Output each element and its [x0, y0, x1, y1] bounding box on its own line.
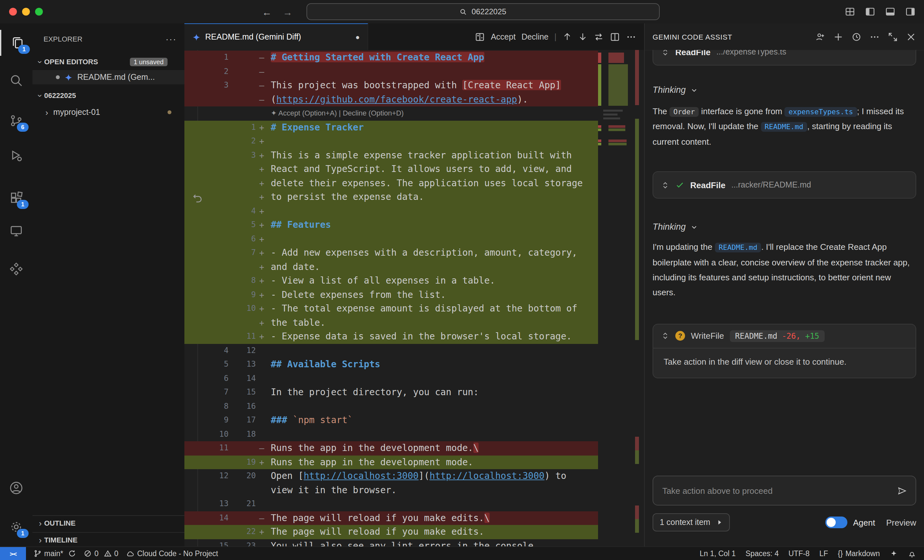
- account-switch-icon[interactable]: [815, 31, 825, 42]
- send-icon[interactable]: [897, 485, 908, 496]
- diff-row[interactable]: 4+: [184, 204, 598, 218]
- diff-row[interactable]: –(https://github.com/facebook/create-rea…: [184, 93, 598, 106]
- timeline-section-header[interactable]: › TIMELINE: [33, 532, 184, 547]
- diff-row[interactable]: 614: [184, 371, 598, 385]
- activity-search[interactable]: [0, 67, 32, 93]
- thinking-toggle[interactable]: Thinking: [652, 85, 916, 95]
- tool-card-writefile[interactable]: ? WriteFile README.md -26, +15 Take acti…: [652, 323, 916, 378]
- diff-row[interactable]: +to persist the expense data.: [184, 190, 598, 204]
- accept-button[interactable]: Accept: [491, 30, 516, 44]
- revert-change-icon[interactable]: [192, 192, 203, 203]
- tool-card-readfile[interactable]: ReadFile ...racker/README.md: [652, 171, 916, 199]
- agent-mode-toggle[interactable]: [825, 517, 848, 528]
- encoding-status[interactable]: UTF-8: [788, 550, 809, 557]
- diff-row[interactable]: 3–This project was bootstrapped with [Cr…: [184, 78, 598, 93]
- diff-row[interactable]: +React and TypeScript. It allows users t…: [184, 162, 598, 176]
- folder-item-myproject[interactable]: › myproject-01: [33, 105, 184, 120]
- toggle-primary-sidebar-button[interactable]: [864, 6, 876, 18]
- diff-row[interactable]: +delete their expenses. The application …: [184, 176, 598, 190]
- activity-settings[interactable]: 1: [0, 514, 32, 540]
- close-panel-icon[interactable]: [906, 31, 916, 42]
- diff-row[interactable]: 7+- Add new expenses with a description,…: [184, 246, 598, 260]
- chat-input[interactable]: [661, 485, 891, 496]
- tab-readme-gemini-diff[interactable]: README.md (Gemini Diff) ●: [184, 23, 368, 50]
- diff-row[interactable]: 1321: [184, 497, 598, 511]
- more-actions-button[interactable]: [626, 30, 636, 44]
- language-status[interactable]: {} Markdown: [838, 550, 880, 557]
- sparkle-icon[interactable]: [890, 549, 898, 558]
- activity-accounts[interactable]: [0, 475, 32, 501]
- file-link-chip[interactable]: README.md: [761, 122, 807, 132]
- diff-row[interactable]: 9+- Delete expenses from the list.: [184, 288, 598, 302]
- branch-status[interactable]: main*: [34, 550, 76, 557]
- activity-explorer[interactable]: 1: [0, 30, 33, 56]
- diff-row[interactable]: 917### `npm start`: [184, 413, 598, 427]
- diff-row[interactable]: 1–# Getting Started with Create React Ap…: [184, 51, 598, 64]
- diff-row[interactable]: view it in the browser.: [184, 483, 598, 497]
- customize-layout-button[interactable]: [844, 6, 856, 18]
- diff-row[interactable]: 11–Runs the app in the development mode.…: [184, 441, 598, 455]
- activity-source-control[interactable]: 6: [0, 108, 32, 134]
- thinking-toggle[interactable]: Thinking: [652, 222, 916, 232]
- file-link-chip[interactable]: expenseTypes.ts: [785, 107, 857, 117]
- diff-editor[interactable]: 1–# Getting Started with Create React Ap…: [184, 50, 644, 547]
- new-chat-icon[interactable]: [833, 31, 843, 42]
- cloud-code-status[interactable]: Cloud Code - No Project: [126, 549, 218, 558]
- outline-section-header[interactable]: › OUTLINE: [33, 515, 184, 530]
- next-change-button[interactable]: [578, 30, 588, 44]
- toggle-panel-button[interactable]: [884, 6, 896, 18]
- more-actions-icon[interactable]: [870, 31, 880, 42]
- open-editors-header[interactable]: › OPEN EDITORS 1 unsaved: [33, 54, 184, 69]
- diff-row[interactable]: 1+# Expense Tracker: [184, 120, 598, 134]
- diff-row[interactable]: 11+- Expense data is saved in the browse…: [184, 329, 598, 344]
- diff-row[interactable]: 1018: [184, 427, 598, 441]
- command-center[interactable]: 06222025: [306, 3, 660, 20]
- minimap[interactable]: [598, 50, 634, 547]
- decline-button[interactable]: Decline: [521, 30, 548, 44]
- diff-row[interactable]: 10+- The total expense amount is display…: [184, 302, 598, 316]
- previous-change-button[interactable]: [562, 30, 572, 44]
- indentation-status[interactable]: Spaces: 4: [746, 550, 778, 557]
- swap-sides-button[interactable]: [594, 30, 604, 44]
- toggle-secondary-sidebar-button[interactable]: [904, 6, 916, 18]
- diff-row[interactable]: 513## Available Scripts: [184, 358, 598, 371]
- file-link-chip[interactable]: README.md: [715, 243, 761, 252]
- context-items-button[interactable]: 1 context item: [652, 513, 730, 532]
- open-editor-item[interactable]: README.md (Gem...: [33, 70, 184, 84]
- diff-row[interactable]: 19+Runs the app in the development mode.: [184, 455, 598, 469]
- diff-row[interactable]: 2+: [184, 134, 598, 148]
- diff-row[interactable]: 5+## Features: [184, 218, 598, 232]
- activity-remote-explorer[interactable]: [0, 218, 32, 244]
- open-changes-button[interactable]: [475, 30, 485, 44]
- diff-row[interactable]: 8+- View a list of all expenses in a tab…: [184, 274, 598, 288]
- diff-row[interactable]: 2–: [184, 64, 598, 78]
- zoom-window-button[interactable]: [35, 8, 43, 16]
- minimize-window-button[interactable]: [22, 8, 30, 16]
- diff-row[interactable]: 412: [184, 344, 598, 358]
- diff-row[interactable]: 715In the project directory, you can run…: [184, 385, 598, 400]
- problems-status[interactable]: 0 0: [84, 550, 118, 557]
- activity-gemini[interactable]: [0, 256, 32, 281]
- activity-run-debug[interactable]: [0, 143, 32, 169]
- diff-row[interactable]: 1523You will also see any lint errors in…: [184, 539, 598, 547]
- diff-row[interactable]: 1220Open [http://localhost:3000](http://…: [184, 469, 598, 483]
- preview-label[interactable]: Preview: [886, 518, 916, 527]
- remote-indicator[interactable]: ><: [0, 547, 26, 560]
- expand-panel-icon[interactable]: [888, 31, 898, 42]
- tool-card-readfile-partial[interactable]: ReadFile .../expenseTypes.ts: [652, 50, 916, 66]
- tab-modified-dot[interactable]: ●: [356, 33, 360, 41]
- diff-row[interactable]: +the table.: [184, 316, 598, 329]
- diff-row[interactable]: 3+This is a simple expense tracker appli…: [184, 148, 598, 162]
- diff-row[interactable]: 6+: [184, 232, 598, 246]
- explorer-actions-button[interactable]: ···: [166, 34, 177, 44]
- diff-row[interactable]: 22+The page will reload if you make edit…: [184, 525, 598, 539]
- activity-extensions[interactable]: 1: [0, 185, 32, 211]
- history-icon[interactable]: [851, 31, 862, 42]
- diff-row[interactable]: +and date.: [184, 260, 598, 274]
- cursor-position[interactable]: Ln 1, Col 1: [700, 550, 736, 557]
- diff-row[interactable]: 816: [184, 400, 598, 413]
- close-window-button[interactable]: [9, 8, 17, 16]
- back-button[interactable]: ←: [260, 4, 274, 19]
- eol-status[interactable]: LF: [819, 550, 828, 557]
- split-editor-button[interactable]: [610, 30, 620, 44]
